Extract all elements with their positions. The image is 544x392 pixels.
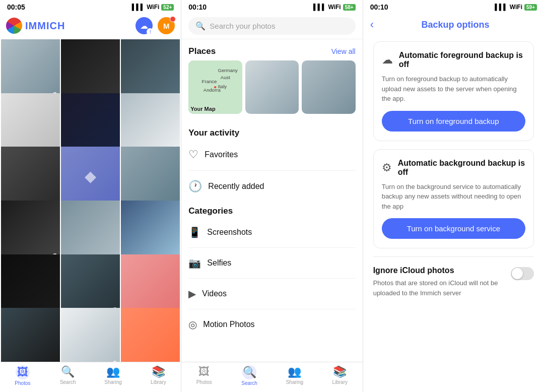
photo-cell[interactable] (121, 308, 180, 362)
photo-cell[interactable]: ☁ (61, 254, 120, 313)
photo-cell[interactable] (1, 254, 60, 313)
search-bar: 🔍 Search your photos (181, 13, 362, 39)
place-photo-1 (245, 60, 299, 114)
foreground-backup-icon: ☁ (382, 53, 393, 67)
foreground-section-header: ☁ Automatic foreground backup is off (382, 51, 525, 69)
svg-text:Aust: Aust (221, 75, 230, 80)
sharing-nav-label: Sharing (104, 379, 121, 385)
videos-icon: ▶ (188, 288, 196, 300)
nav-sharing[interactable]: 👥 Sharing (91, 365, 136, 386)
search-panel: 00:10 ▌▌▌ WiFi 58+ 🔍 Search your photos … (181, 0, 362, 392)
places-section-header: Places View all (188, 39, 355, 60)
icloud-section: Ignore iCloud photos Photos that are sto… (373, 256, 534, 307)
photo-cell[interactable] (121, 254, 180, 313)
videos-label: Videos (202, 289, 227, 298)
screenshots-item[interactable]: 📱 Screenshots (188, 220, 355, 244)
photo-cell[interactable]: ☁ (61, 308, 120, 362)
photo-cell[interactable] (61, 93, 120, 152)
selfies-item[interactable]: 📷 Selfies (188, 251, 355, 275)
nav-search[interactable]: 🔍 Search (45, 365, 91, 386)
activity-list: ♡ Favorites 🕐 Recently added (188, 142, 355, 199)
p1-header-icons: ☁ M (135, 17, 175, 34)
nav-library[interactable]: 📚 Library (135, 365, 181, 386)
search-active-indicator: 🔍 (242, 365, 256, 379)
nav-sharing-p2[interactable]: 👥 Sharing (272, 365, 317, 386)
view-all-link[interactable]: View all (331, 47, 356, 55)
place-photo-2 (302, 60, 355, 114)
screenshots-icon: 📱 (188, 226, 201, 238)
foreground-backup-section: ☁ Automatic foreground backup is off Tur… (373, 41, 534, 141)
videos-item[interactable]: ▶ Videos (188, 282, 355, 306)
p2-content: Places View all Germany France Aust Ando… (181, 39, 362, 362)
categories-title: Categories (188, 206, 233, 216)
status-bar-p2: 00:10 ▌▌▌ WiFi 58+ (181, 0, 362, 13)
search-nav-label: Search (60, 379, 76, 385)
photos-nav-icon: 🖼 (17, 366, 28, 379)
favorites-item[interactable]: ♡ Favorites (188, 142, 355, 167)
map-thumbnail: Germany France Aust Andorra Italy Your M… (188, 60, 242, 114)
photos-active-indicator: 🖼 (16, 365, 30, 379)
place-map-card[interactable]: Germany France Aust Andorra Italy Your M… (188, 60, 242, 114)
photo-cell[interactable]: ☁ (1, 39, 60, 98)
activity-section-header: Your activity (188, 121, 355, 142)
sharing-nav-label: Sharing (286, 379, 303, 385)
favorites-label: Favorites (205, 150, 238, 159)
photo-cell[interactable]: ◆ (61, 147, 120, 206)
background-backup-button[interactable]: Turn on background service (382, 218, 525, 239)
battery-badge-p2: 58+ (343, 4, 356, 11)
cloud-sync-icon: ☁ (111, 357, 118, 362)
foreground-backup-desc: Turn on foreground backup to automatical… (382, 74, 525, 104)
photo-cell[interactable] (121, 147, 180, 206)
nav-search-p2[interactable]: 🔍 Search (227, 365, 272, 386)
photo-cell[interactable] (61, 201, 120, 259)
library-nav-icon: 📚 (152, 365, 165, 378)
bottom-nav-p2: 🖼 Photos 🔍 Search 👥 Sharing 📚 Library (181, 362, 362, 392)
motion-photos-item[interactable]: ◎ Motion Photos (188, 312, 355, 337)
background-backup-icon: ⚙ (382, 161, 392, 174)
sharing-nav-icon: 👥 (288, 365, 301, 378)
divider (188, 278, 355, 279)
foreground-backup-button[interactable]: Turn on foreground backup (382, 111, 525, 132)
photo-cell[interactable] (1, 147, 60, 206)
icloud-title: Ignore iCloud photos (373, 266, 504, 275)
back-button[interactable]: ‹ (370, 18, 374, 31)
favorites-icon: ♡ (188, 148, 198, 161)
photo-grid: ☁ ☁ ◆ ☁ ☁ ☁ (0, 38, 181, 362)
search-input-wrapper[interactable]: 🔍 Search your photos (188, 17, 355, 35)
photo-cell[interactable] (1, 93, 60, 152)
recently-added-item[interactable]: 🕐 Recently added (188, 174, 355, 199)
search-icon: 🔍 (195, 21, 206, 31)
nav-photos[interactable]: 🖼 Photos (0, 365, 45, 386)
status-time-p2: 00:10 (188, 3, 207, 11)
backup-header: ‹ Backup options (363, 13, 544, 36)
photo-cell[interactable] (121, 201, 180, 259)
photo-cell[interactable] (121, 39, 180, 98)
places-grid: Germany France Aust Andorra Italy Your M… (188, 60, 355, 114)
notification-badge (170, 16, 176, 22)
nav-photos-p2[interactable]: 🖼 Photos (181, 365, 227, 386)
nav-library-p2[interactable]: 📚 Library (317, 365, 363, 386)
svg-text:France: France (202, 79, 217, 84)
library-nav-label: Library (151, 379, 166, 385)
status-icons-p1: ▌▌▌ WiFi 52+ (132, 4, 174, 11)
immich-logo: IMMICH (6, 18, 65, 34)
screenshots-label: Screenshots (207, 228, 252, 237)
categories-list: 📱 Screenshots 📷 Selfies ▶ Videos ◎ Motio… (188, 220, 355, 337)
photo-cell[interactable]: ☁ (121, 93, 180, 152)
user-avatar-button[interactable]: M (158, 17, 175, 34)
photo-cell[interactable]: ☁ (1, 201, 60, 259)
backup-content: ☁ Automatic foreground backup is off Tur… (363, 36, 544, 392)
svg-point-6 (214, 86, 216, 88)
sharing-nav-icon: 👥 (106, 365, 120, 378)
photo-cell[interactable] (1, 308, 60, 362)
search-nav-icon: 🔍 (61, 365, 75, 378)
cloud-upload-button[interactable]: ☁ (135, 17, 153, 34)
wifi-icon: WiFi (147, 4, 159, 11)
photo-cell[interactable] (61, 39, 120, 98)
logo-circle-icon (6, 18, 22, 34)
photos-nav-label: Photos (196, 379, 212, 385)
status-bar-p3: 00:10 ▌▌▌ WiFi 59+ (363, 0, 544, 13)
icloud-toggle[interactable] (511, 267, 534, 280)
place-photo-card[interactable] (302, 60, 355, 114)
place-photo-card[interactable] (245, 60, 299, 114)
